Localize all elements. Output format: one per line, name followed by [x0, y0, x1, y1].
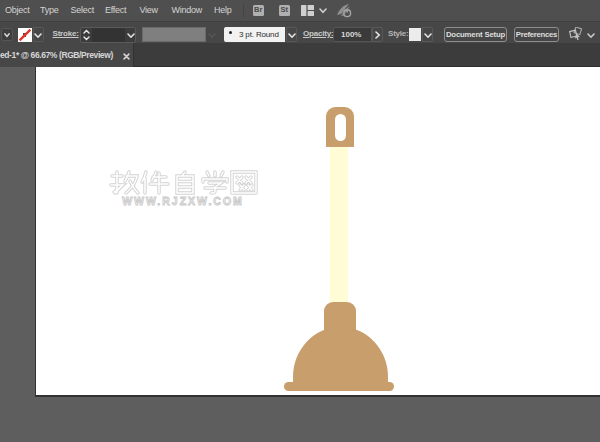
svg-text:WWW.RJZXW.COM: WWW.RJZXW.COM: [122, 195, 244, 207]
